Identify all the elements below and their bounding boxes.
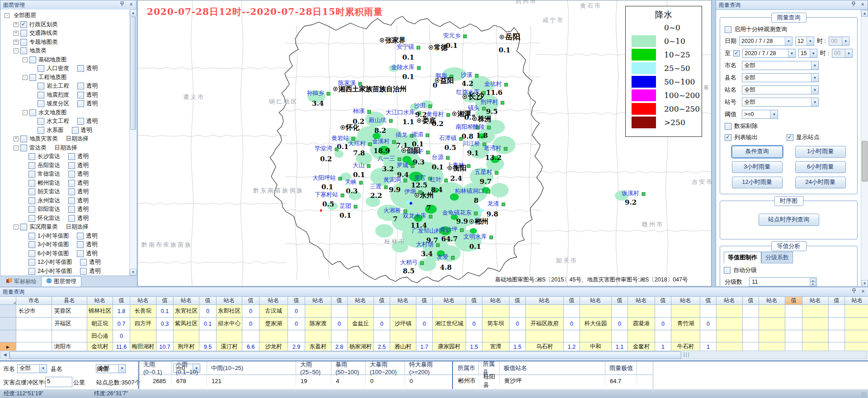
date-select-label[interactable]: 日期选择 [66, 135, 89, 143]
layer-checkbox[interactable] [28, 171, 35, 178]
station-marker[interactable] [335, 148, 338, 151]
transparent-checkbox[interactable] [77, 92, 84, 98]
grid-hscrollbar[interactable]: ◀ [0, 351, 867, 359]
layer-checkbox[interactable] [38, 118, 44, 125]
resize-grip[interactable] [861, 392, 867, 397]
col-header-value[interactable]: 值 [374, 297, 390, 305]
layer-checkbox[interactable] [28, 206, 35, 213]
station-marker[interactable] [429, 105, 432, 108]
col-header-value[interactable]: 值 [331, 297, 348, 305]
station-marker[interactable] [502, 203, 505, 206]
col-header-station[interactable]: 站名 [580, 297, 612, 305]
expand-icon[interactable]: - [14, 145, 19, 150]
scroll-left-icon[interactable]: ◀ [1, 351, 9, 359]
hscroll-thumb[interactable] [9, 351, 681, 359]
transparent-checkbox[interactable] [68, 206, 75, 213]
layer-checkbox[interactable] [28, 197, 35, 204]
tab-grade-coeff[interactable]: 分级系数 [761, 252, 793, 263]
scroll-down-icon[interactable]: ▼ [130, 269, 137, 276]
layer-checkbox[interactable] [28, 215, 35, 222]
transparent-checkbox[interactable] [68, 171, 75, 178]
row-selector[interactable] [0, 305, 16, 318]
transparent-checkbox[interactable] [77, 65, 84, 72]
expand-icon[interactable]: + [14, 136, 19, 141]
col-header-station[interactable]: 站名 [671, 297, 700, 305]
col-header-value[interactable]: 值 [743, 297, 759, 305]
col-header-station[interactable]: 站名 [717, 297, 743, 305]
layer-checkbox[interactable] [38, 83, 44, 89]
layer-checkbox[interactable] [29, 56, 36, 63]
station-marker[interactable] [368, 143, 372, 146]
station-marker[interactable] [460, 229, 463, 232]
layer-checkbox[interactable] [20, 224, 27, 230]
col-header-station[interactable]: 站名 [845, 297, 868, 305]
button-6小时雨量[interactable]: 6小时雨量 [795, 161, 846, 173]
col-header-value[interactable]: 值 [416, 297, 433, 305]
button-1小时雨量[interactable]: 1小时雨量 [795, 146, 846, 158]
station-marker[interactable] [417, 66, 420, 70]
station-marker[interactable] [420, 262, 424, 265]
layer-checkbox[interactable] [28, 153, 35, 160]
station-marker[interactable] [354, 205, 357, 208]
hour-from-select[interactable]: 12▼ [795, 37, 814, 46]
station-marker[interactable] [495, 171, 498, 174]
spin-up-icon[interactable]: ▲ [810, 278, 816, 282]
minute-from-select[interactable]: 00▼ [829, 37, 849, 46]
tree-scrollbar[interactable]: ▲ ▼ [129, 9, 137, 276]
station-marker[interactable] [487, 190, 490, 193]
station-marker[interactable] [463, 35, 467, 38]
layer-checkbox[interactable] [29, 109, 36, 116]
layer-checkbox[interactable] [28, 259, 35, 266]
station-marker[interactable] [426, 134, 429, 137]
station-marker[interactable] [501, 101, 504, 104]
buffer-input[interactable]: 5 [45, 377, 72, 387]
layer-checkbox[interactable] [38, 100, 44, 107]
col-header-value[interactable]: 值 [156, 297, 174, 305]
pin-icon[interactable] [850, 1, 857, 8]
date-from-picker[interactable]: 2020 / 7 / 28▼ [739, 37, 793, 46]
expand-icon[interactable]: - [23, 110, 28, 115]
col-header-value[interactable]: 值 [509, 297, 526, 305]
pin-icon[interactable] [119, 1, 125, 8]
expand-icon[interactable]: - [14, 225, 19, 229]
col-header-station[interactable]: 站名 [217, 297, 242, 305]
hour-to-select[interactable]: 15▼ [798, 49, 817, 58]
station-marker[interactable] [411, 164, 414, 168]
station-marker[interactable] [392, 140, 396, 144]
transparent-checkbox[interactable] [77, 83, 84, 89]
county-select[interactable]: 全部▼ [742, 73, 819, 82]
list-output-checkbox[interactable] [725, 134, 731, 141]
ten-minute-checkbox[interactable] [725, 26, 731, 33]
layer-checkbox[interactable] [20, 21, 27, 28]
expand-icon[interactable]: + [14, 31, 19, 36]
col-header-station[interactable]: 站名 [759, 297, 785, 305]
col-header-station[interactable]: 站名 [526, 297, 564, 305]
layer-checkbox[interactable] [20, 47, 27, 54]
transparent-checkbox[interactable] [68, 180, 75, 187]
station-marker[interactable] [429, 215, 432, 218]
city-select[interactable]: 全部▼ [742, 61, 819, 70]
layer-checkbox[interactable] [28, 180, 35, 187]
transparent-checkbox[interactable] [80, 268, 87, 275]
rain-data-grid[interactable]: ◢市名县名站名值站名值站名值站名值站名值站名值站名值站名值站名值站名值站名值站名… [0, 297, 868, 351]
to-checkbox[interactable] [733, 50, 740, 56]
station-marker[interactable] [459, 137, 462, 140]
button-3小时雨量[interactable]: 3小时雨量 [732, 161, 783, 173]
transparent-checkbox[interactable] [68, 188, 75, 195]
station-id-select[interactable]: 全部▼ [742, 98, 819, 107]
layer-checkbox[interactable] [28, 188, 35, 195]
close-icon[interactable]: × [128, 1, 134, 8]
station-marker[interactable] [339, 177, 342, 180]
col-header-station[interactable]: 站名 [259, 297, 288, 305]
row-selector[interactable] [0, 318, 16, 330]
button-24小时雨量[interactable]: 24小时雨量 [795, 177, 846, 188]
date-to-picker[interactable]: 2020 / 7 / 28▼ [742, 49, 796, 58]
close-icon[interactable]: × [859, 1, 866, 8]
transparent-checkbox[interactable] [68, 197, 75, 204]
layer-checkbox[interactable] [20, 30, 27, 37]
col-header-station[interactable]: 站名 [87, 297, 113, 305]
station-marker[interactable] [451, 256, 454, 259]
station-marker[interactable] [389, 119, 392, 122]
col-header-station[interactable]: 站名 [305, 297, 331, 305]
col-header-station[interactable]: 站名 [628, 297, 655, 305]
